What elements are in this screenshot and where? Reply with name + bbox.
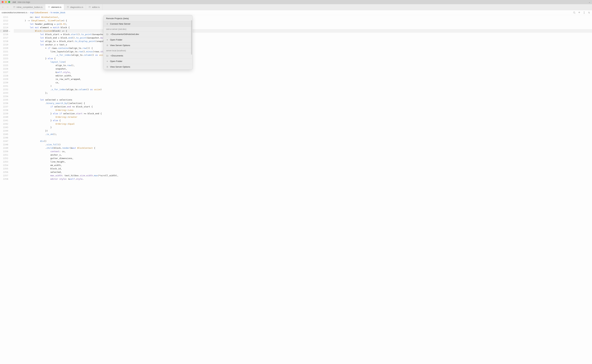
popup-scrollbar[interactable]	[191, 20, 192, 55]
tab-editor-rs[interactable]: editor.rs	[86, 4, 102, 10]
line-number[interactable]: 2243	[0, 126, 8, 129]
code-line[interactable]	[14, 95, 592, 98]
popup-item--documents[interactable]: ~/Documents	[104, 53, 192, 58]
code-line[interactable]: gutter_dimensions,	[14, 156, 592, 160]
breadcrumb-path[interactable]: crates/editor/src/element.rs	[2, 11, 27, 14]
line-number[interactable]: 2249	[0, 146, 8, 150]
line-number[interactable]: 2246	[0, 136, 8, 139]
code-line[interactable]: .x_for_index(align_to.column() as usize)	[14, 53, 592, 57]
code-line[interactable]: layout_line(	[14, 60, 592, 64]
code-line[interactable]: .x_for_index(align_to.column() as usize)	[14, 88, 592, 91]
code-line[interactable]: Ordering::Equal	[14, 122, 592, 126]
code-line[interactable]: } else {	[14, 57, 592, 60]
line-number[interactable]: 2216	[0, 33, 8, 36]
line-number[interactable]: 2226	[0, 67, 8, 71]
line-number[interactable]: 2227	[0, 71, 8, 74]
code-line[interactable]: Ordering::Less	[14, 108, 592, 112]
code-line[interactable]: + if rows.contains(&align_to.row()) {	[14, 46, 592, 50]
line-number[interactable]: 2256	[0, 170, 8, 174]
popup-item--documents-github-zed-dev[interactable]: ~/Documents/GitHub/zed.dev	[104, 31, 192, 37]
line-number[interactable]: 2247	[0, 139, 8, 143]
tab-element-rs[interactable]: element.rs	[45, 4, 64, 10]
code-line[interactable]: line_layouts[align_to.row().minus(rows.s…	[14, 50, 592, 53]
code-line[interactable]: )	[14, 84, 592, 88]
code-line[interactable]: let selected = selections	[14, 98, 592, 102]
fold-column[interactable]	[10, 15, 14, 364]
code-line[interactable]: &self.style,	[14, 71, 592, 74]
line-number[interactable]: 2257	[0, 174, 8, 177]
line-number[interactable]: 2252	[0, 156, 8, 160]
code-line[interactable]: };	[14, 91, 592, 95]
line-number[interactable]: 2219	[0, 43, 8, 46]
code-line[interactable]: editor_width,	[14, 74, 592, 77]
line-number[interactable]: 2215	[0, 29, 8, 33]
search-icon[interactable]	[573, 11, 576, 14]
line-number[interactable]: 2231	[0, 84, 8, 88]
line-number[interactable]: 2251	[0, 153, 8, 156]
line-number[interactable]: 2213	[0, 22, 8, 26]
code-line[interactable]: div()	[14, 139, 592, 143]
code-line[interactable]: context: cx,	[14, 150, 592, 153]
code-line[interactable]: } else {	[14, 119, 592, 122]
code-line[interactable]: em_width,	[14, 163, 592, 167]
minimize-window-button[interactable]	[5, 1, 7, 3]
close-window-button[interactable]	[2, 1, 4, 3]
code-line[interactable]: .child(block.render(&mut BlockContext {	[14, 146, 592, 150]
connect-new-server-item[interactable]: ＋ Connect New Server	[104, 21, 192, 26]
code-line[interactable]: let align_to = block_start.to_display_po…	[14, 39, 592, 43]
popup-item-open-folder[interactable]: ＋Open Folder	[104, 37, 192, 42]
line-number[interactable]: 2222	[0, 53, 8, 57]
line-number[interactable]: 2250	[0, 150, 8, 153]
line-number[interactable]: 2218	[0, 39, 8, 43]
line-number[interactable]: 2225	[0, 64, 8, 67]
nav-forward-button[interactable]: →	[6, 6, 9, 8]
line-number[interactable]: 2220	[0, 46, 8, 50]
code-line[interactable]: line_height,	[14, 160, 592, 163]
code-line[interactable]: .binary_search_by(|selection| {	[14, 102, 592, 105]
code-line[interactable]: }	[14, 126, 592, 129]
code-line[interactable]: Ordering::Greater	[14, 115, 592, 119]
line-number[interactable]: 2233	[0, 91, 8, 95]
code-line[interactable]: ) -> (AnyElement, Size<Pixels>) {	[14, 19, 592, 22]
line-number[interactable]: 2258	[0, 177, 8, 181]
code-line[interactable]: let anchor_x = text_x	[14, 43, 592, 46]
line-number[interactable]: 2239	[0, 112, 8, 115]
code-line[interactable]	[14, 136, 592, 139]
code-editor[interactable]: cx: &mut WindowContext, ) -> (AnyElement…	[14, 15, 592, 364]
project-name[interactable]: new-css-logo	[18, 1, 30, 3]
line-number-gutter[interactable]: 2211221222132214221522162217221822192220…	[0, 15, 10, 364]
line-number[interactable]: 2235	[0, 98, 8, 102]
settings-icon[interactable]	[588, 11, 590, 14]
code-line[interactable]: })	[14, 129, 592, 132]
line-number[interactable]: 2224	[0, 60, 8, 64]
code-line[interactable]: max_width: text_hitbox.size.width.max(*s…	[14, 174, 592, 177]
line-number[interactable]: 2241	[0, 119, 8, 122]
breadcrumb-fn-kw[interactable]: fn	[51, 11, 52, 14]
code-line[interactable]: } else if selection.start >= block_end {	[14, 112, 592, 115]
line-number[interactable]: 2240	[0, 115, 8, 119]
code-line[interactable]: snapshot,	[14, 67, 592, 71]
line-number[interactable]: 2242	[0, 122, 8, 126]
line-number[interactable]: 2244	[0, 129, 8, 132]
assistant-icon[interactable]	[578, 11, 580, 14]
code-line[interactable]: .size_full()	[14, 143, 592, 146]
line-number[interactable]: 2217	[0, 36, 8, 39]
code-line[interactable]: is_row_soft_wrapped,	[14, 77, 592, 81]
line-number[interactable]: 2223	[0, 57, 8, 60]
code-line[interactable]: .is_ok();	[14, 132, 592, 136]
line-number[interactable]: 2230	[0, 81, 8, 84]
line-number[interactable]: 2229	[0, 77, 8, 81]
zoom-window-button[interactable]	[8, 1, 10, 3]
line-number[interactable]: 2254	[0, 163, 8, 167]
code-line[interactable]: let block_start = block.start().to_point…	[14, 33, 592, 36]
breadcrumb-fn-name[interactable]: render_block	[53, 11, 65, 14]
line-number[interactable]: 2236	[0, 102, 8, 105]
popup-item-view-server-options[interactable]: View Server Options	[104, 42, 192, 48]
breadcrumb-impl-type[interactable]: EditorElement	[35, 11, 48, 14]
line-number[interactable]: 2214	[0, 26, 8, 29]
line-number[interactable]: 2245	[0, 132, 8, 136]
code-line[interactable]: cx,	[14, 81, 592, 84]
line-number[interactable]: 2255	[0, 167, 8, 170]
code-line[interactable]: let block_end = block.end().to_point(&sn…	[14, 36, 592, 39]
titlebar-chevron-icon[interactable]: ⌄	[589, 1, 590, 3]
